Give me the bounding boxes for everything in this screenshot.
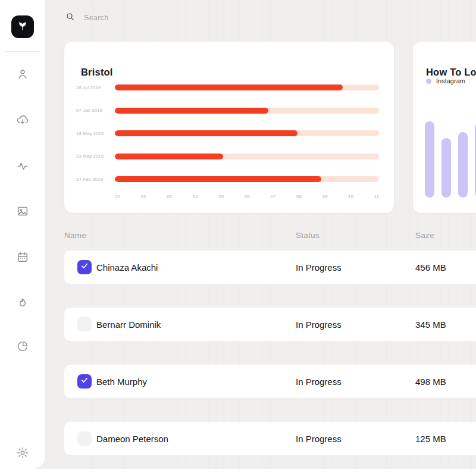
bristol-chart-row: 18 May 2019 xyxy=(76,130,379,136)
bristol-card: Bristol 28 Jul 201907 Jan 201918 May 201… xyxy=(64,42,394,213)
axis-tick-label: 11 xyxy=(374,194,379,199)
image-icon xyxy=(16,209,29,220)
row-name: Chinaza Akachi xyxy=(96,262,158,273)
activity-icon xyxy=(16,164,29,174)
column-header-name: Name xyxy=(64,231,86,240)
instagram-bars xyxy=(425,121,476,198)
row-size: 125 MB xyxy=(415,434,446,444)
sidebar xyxy=(0,0,45,469)
bristol-row-label: 23 May 2019 xyxy=(76,154,115,159)
check-icon xyxy=(80,262,89,273)
instagram-card-title: How To Lo xyxy=(426,67,476,78)
sidebar-item-settings[interactable] xyxy=(16,446,29,459)
instagram-bar xyxy=(458,132,468,198)
check-icon xyxy=(80,376,89,387)
search-bar xyxy=(65,12,244,24)
row-size: 345 MB xyxy=(415,320,446,330)
pie-chart-icon xyxy=(16,345,29,355)
bristol-axis: 0102030405060708091011 xyxy=(115,194,379,199)
bristol-row-track xyxy=(115,176,379,182)
app-logo[interactable] xyxy=(11,15,34,38)
bristol-row-track xyxy=(115,84,379,90)
sidebar-divider xyxy=(5,51,40,52)
search-input[interactable] xyxy=(83,13,214,23)
axis-tick-label: 05 xyxy=(218,194,224,199)
search-icon xyxy=(65,12,75,24)
axis-tick-label: 10 xyxy=(348,194,353,199)
bristol-row-track xyxy=(115,154,379,159)
axis-tick-label: 01 xyxy=(115,194,120,199)
bristol-row-bar xyxy=(115,108,268,114)
table-row[interactable]: Chinaza AkachiIn Progress456 MB xyxy=(64,250,476,284)
table-header: Name Status Saze xyxy=(64,231,476,239)
row-checkbox[interactable] xyxy=(77,260,92,274)
sidebar-item-activity[interactable] xyxy=(16,159,29,173)
calendar-icon xyxy=(16,255,29,265)
bristol-row-label: 18 May 2019 xyxy=(76,131,115,136)
row-status: In Progress xyxy=(296,320,342,330)
bristol-chart-row: 07 Jan 2019 xyxy=(76,108,379,114)
cloud-download-icon xyxy=(16,118,29,129)
sidebar-item-calendar[interactable] xyxy=(16,250,29,264)
sidebar-item-downloads[interactable] xyxy=(16,114,29,127)
instagram-bar xyxy=(441,138,451,198)
axis-tick-label: 03 xyxy=(167,194,172,199)
bristol-row-label: 28 Jul 2019 xyxy=(76,85,115,90)
table-row[interactable]: Beth MurphyIn Progress498 MB xyxy=(64,365,476,398)
files-table: Name Status Saze Chinaza AkachiIn Progre… xyxy=(64,231,476,455)
row-status: In Progress xyxy=(296,434,342,444)
legend-dot xyxy=(426,79,431,84)
bristol-row-track xyxy=(115,108,379,114)
settings-icon xyxy=(16,451,29,461)
bristol-chart-row: 23 May 2019 xyxy=(76,154,379,159)
sidebar-item-media[interactable] xyxy=(16,205,29,218)
instagram-bar xyxy=(425,121,434,198)
column-header-status: Status xyxy=(296,231,320,240)
axis-tick-label: 09 xyxy=(322,194,328,199)
bristol-row-bar xyxy=(115,176,321,182)
bristol-row-label: 07 Jan 2019 xyxy=(76,108,115,113)
bristol-chart: 28 Jul 201907 Jan 201918 May 201923 May … xyxy=(76,84,379,182)
row-name: Beth Murphy xyxy=(96,377,147,387)
bristol-card-title: Bristol xyxy=(81,67,113,78)
axis-tick-label: 06 xyxy=(245,194,250,199)
row-status: In Progress xyxy=(296,377,342,387)
axis-tick-label: 08 xyxy=(296,194,302,199)
instagram-legend: Instagram xyxy=(426,77,465,84)
axis-tick-label: 02 xyxy=(141,194,146,199)
row-size: 456 MB xyxy=(415,262,446,273)
column-header-size: Saze xyxy=(415,231,434,240)
legend-label: Instagram xyxy=(436,77,465,84)
bristol-chart-row: 17 Feb 2019 xyxy=(76,176,379,182)
sidebar-item-reports[interactable] xyxy=(16,340,29,353)
bristol-row-bar xyxy=(115,130,298,136)
row-status: In Progress xyxy=(296,262,342,273)
axis-tick-label: 04 xyxy=(193,194,198,199)
row-size: 498 MB xyxy=(415,377,446,387)
bristol-row-label: 17 Feb 2019 xyxy=(76,177,115,182)
sprout-leaf-icon xyxy=(17,20,29,34)
axis-tick-label: 07 xyxy=(270,194,275,199)
bristol-chart-row: 28 Jul 2019 xyxy=(76,84,379,90)
flame-icon xyxy=(16,301,29,311)
sidebar-item-trending[interactable] xyxy=(16,296,29,309)
row-name: Bernarr Dominik xyxy=(96,320,161,330)
sidebar-item-profile[interactable] xyxy=(16,68,29,81)
instagram-card: How To Lo Instagram xyxy=(413,42,476,213)
row-checkbox[interactable] xyxy=(77,374,92,389)
table-rows: Chinaza AkachiIn Progress456 MBBernarr D… xyxy=(64,250,476,455)
row-checkbox[interactable] xyxy=(77,317,92,331)
bristol-row-track xyxy=(115,130,379,136)
row-checkbox[interactable] xyxy=(77,431,92,446)
user-icon xyxy=(16,73,29,83)
table-row[interactable]: Dameon PetersonIn Progress125 MB xyxy=(64,422,476,455)
row-name: Dameon Peterson xyxy=(96,434,168,444)
bristol-row-bar xyxy=(115,154,223,159)
bristol-row-bar xyxy=(115,84,343,90)
table-row[interactable]: Bernarr DominikIn Progress345 MB xyxy=(64,308,476,341)
